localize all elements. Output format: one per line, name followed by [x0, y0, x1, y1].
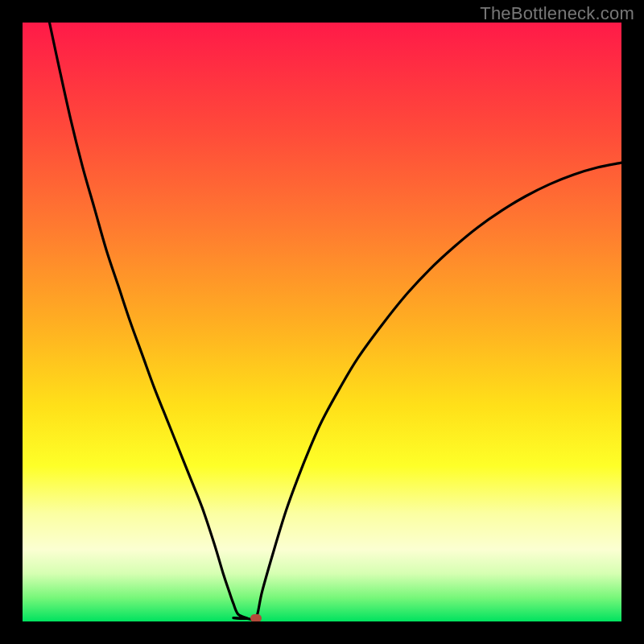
- curve-path: [49, 23, 621, 620]
- chart-frame: TheBottleneck.com: [0, 0, 644, 644]
- minimum-marker: [250, 614, 262, 621]
- plot-area: [23, 23, 621, 621]
- watermark-text: TheBottleneck.com: [480, 3, 634, 24]
- bottleneck-curve: [23, 23, 621, 621]
